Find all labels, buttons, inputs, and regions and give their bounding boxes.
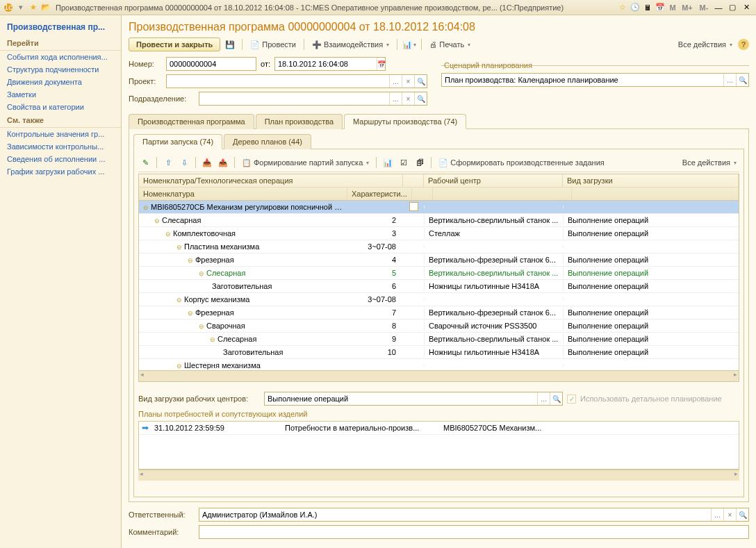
table-row[interactable]: ⊖Слесарная5Вертикально-сверлильный стано… (139, 267, 739, 280)
sidebar: Производственная пр... Перейти События х… (0, 15, 122, 548)
doc-out-icon[interactable]: 📤 (216, 156, 230, 169)
titlebar: 1c ▾ ★ 📂 Производственная программа 0000… (0, 0, 756, 15)
clear-icon[interactable]: × (723, 508, 736, 521)
mem-mminus[interactable]: M- (696, 2, 712, 13)
sidebar-link[interactable]: Заметки (0, 88, 121, 101)
sidebar-link[interactable]: События хода исполнения... (0, 51, 121, 63)
loadtype-input[interactable]: ... 🔍 (264, 392, 563, 406)
col-workcenter[interactable]: Рабочий центр (424, 174, 563, 187)
help-icon[interactable]: ? (738, 39, 749, 50)
clear-icon[interactable]: × (402, 75, 414, 88)
sidebar-link[interactable]: График загрузки рабочих ... (0, 165, 121, 178)
col-nomenclature[interactable]: Номенклатура/Технологическая операция (139, 174, 403, 187)
unknown-icon[interactable]: 📊 (381, 156, 395, 169)
search-icon[interactable]: 🔍 (736, 74, 748, 86)
sidebar-link[interactable]: Контрольные значения гр... (0, 128, 121, 140)
row-checkbox[interactable] (409, 202, 418, 211)
calc-icon[interactable]: 🖩 (642, 2, 653, 13)
main-area: Производственная программа 00000000004 о… (122, 15, 756, 548)
project-input[interactable]: ... × 🔍 (166, 74, 427, 88)
sidebar-link[interactable]: Структура подчиненности (0, 63, 121, 76)
col-check[interactable] (403, 174, 424, 187)
mem-mplus[interactable]: M+ (680, 2, 695, 13)
number-input[interactable] (166, 57, 256, 71)
calendar-icon[interactable]: 📅 (655, 2, 666, 13)
table-row[interactable]: ⊖Фрезерная7Вертикально-фрезерный станок … (139, 306, 739, 319)
doc-in-icon[interactable]: 📥 (200, 156, 214, 169)
select-icon[interactable]: ... (723, 74, 736, 86)
table-row[interactable]: ⊖Комплектовочная3СтеллажВыполнение опера… (139, 227, 739, 240)
select-icon[interactable]: ... (711, 508, 723, 521)
plan-desc: Потребности в материально-произв... (285, 424, 438, 432)
table-row[interactable]: ⊖MBI6805270СБ Механизм регулировки поясн… (139, 201, 739, 214)
star-icon[interactable]: ☆ (617, 2, 628, 13)
tab-routes[interactable]: Маршруты производства (74) (344, 114, 466, 129)
favorite-icon[interactable]: ★ (28, 2, 39, 13)
reports-dropdown[interactable]: 📊 (402, 38, 416, 51)
create-tasks-button[interactable]: 📄Сформировать производственные задания (436, 156, 607, 169)
table-row[interactable]: ⊖Корпус механизма3~07-08 (139, 293, 739, 306)
comment-input[interactable] (199, 525, 749, 539)
table-row[interactable]: Заготовительная6Ножницы гильотинные Н341… (139, 280, 739, 293)
folder-icon[interactable]: 📂 (40, 2, 51, 13)
close-icon[interactable]: ✕ (741, 2, 752, 13)
table-row[interactable]: ⊖Слесарная9Вертикально-сверлильный стано… (139, 333, 739, 346)
checklist-icon[interactable]: ☑ (397, 156, 411, 169)
copy-icon[interactable]: 🗐 (413, 156, 427, 169)
horizontal-scrollbar[interactable] (139, 370, 739, 381)
select-icon[interactable]: ... (537, 392, 550, 405)
subtab-batches[interactable]: Партии запуска (74) (133, 134, 222, 149)
col-characteristic[interactable]: Характеристи... (347, 188, 412, 200)
save-icon[interactable]: 💾 (223, 38, 237, 51)
submit-button[interactable]: 📄Провести (247, 38, 299, 51)
dept-input[interactable]: ... × 🔍 (199, 92, 427, 106)
submit-close-button[interactable]: Провести и закрыть (129, 38, 220, 51)
down-icon[interactable]: ⇩ (177, 156, 191, 169)
maximize-icon[interactable]: ▢ (727, 2, 738, 13)
subtab-tree[interactable]: Дерево планов (44) (224, 134, 311, 149)
calendar-picker-icon[interactable]: 📅 (377, 58, 386, 70)
col-loadtype[interactable]: Вид загрузки (563, 174, 739, 187)
minimize-icon[interactable]: — (713, 2, 724, 13)
all-actions-dropdown[interactable]: Все действия (675, 38, 735, 51)
search-icon[interactable]: 🔍 (414, 92, 427, 105)
responsible-input[interactable]: ... × 🔍 (199, 508, 749, 522)
table-row[interactable]: ⊖Фрезерная4Вертикально-фрезерный станок … (139, 254, 739, 267)
clear-icon[interactable]: × (402, 92, 414, 105)
sidebar-link[interactable]: Свойства и категории (0, 101, 121, 113)
detail-planning-checkbox[interactable] (567, 395, 576, 404)
col-nomenclature-sub[interactable]: Номенклатура (139, 188, 347, 200)
history-icon[interactable]: 🕓 (630, 2, 641, 13)
table-row[interactable]: ⊖Слесарная2Вертикально-сверлильный стано… (139, 214, 739, 227)
date-input[interactable]: 📅 (274, 57, 386, 71)
sidebar-link[interactable]: Зависимости контрольны... (0, 140, 121, 153)
table-row[interactable]: ⊖Пластина механизма3~07-08 (139, 240, 739, 254)
table-row[interactable]: ⊖Сварочная8Сварочный источник PSS3500Вып… (139, 319, 739, 333)
routes-grid[interactable]: Номенклатура/Технологическая операция Ра… (138, 174, 739, 382)
document-title: Производственная программа 00000000004 о… (129, 21, 749, 33)
sidebar-link[interactable]: Сведения об исполнении ... (0, 153, 121, 165)
dropdown-icon[interactable]: ▾ (15, 2, 26, 13)
horizontal-scrollbar[interactable] (138, 470, 739, 481)
up-icon[interactable]: ⇧ (161, 156, 175, 169)
select-icon[interactable]: ... (389, 92, 402, 105)
search-icon[interactable]: 🔍 (414, 75, 427, 88)
edit-icon[interactable]: ✎ (138, 156, 152, 169)
search-icon[interactable]: 🔍 (736, 508, 748, 521)
tab-plan[interactable]: План производства (256, 114, 343, 129)
select-icon[interactable]: ... (389, 75, 402, 88)
mem-m[interactable]: M (667, 2, 678, 13)
plans-grid[interactable]: ➡ 31.10.2012 23:59:59 Потребности в мате… (138, 421, 739, 470)
scenario-input[interactable]: ... 🔍 (441, 73, 749, 87)
plan-row[interactable]: ➡ 31.10.2012 23:59:59 Потребности в мате… (139, 422, 739, 435)
interactions-dropdown[interactable]: ➕Взаимодействия (309, 38, 392, 51)
tab-program[interactable]: Производственная программа (129, 114, 254, 129)
batch-formation-dropdown[interactable]: 📋Формирование партий запуска (239, 156, 372, 169)
table-row[interactable]: Заготовительная10Ножницы гильотинные Н34… (139, 346, 739, 359)
table-row[interactable]: ⊖Шестерня механизма (139, 359, 739, 370)
search-icon[interactable]: 🔍 (550, 392, 562, 405)
all-actions-dropdown[interactable]: Все действия (680, 156, 739, 169)
sidebar-link[interactable]: Движения документа (0, 76, 121, 88)
arrow-icon: ➡ (142, 423, 149, 433)
print-dropdown[interactable]: 🖨Печать (427, 38, 473, 51)
